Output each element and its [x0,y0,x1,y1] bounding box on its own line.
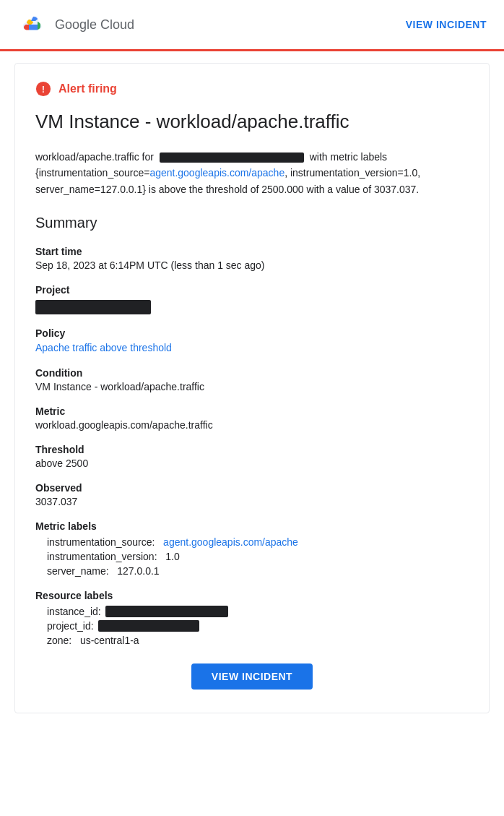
field-project: Project [35,284,469,314]
alert-firing-row: ! Alert firing [35,81,469,97]
field-start-time-label: Start time [35,246,469,257]
policy-link[interactable]: Apache traffic above threshold [35,342,172,353]
field-metric-value: workload.googleapis.com/apache.traffic [35,419,469,431]
alert-description: workload/apache.traffic for with metric … [35,149,469,197]
field-start-time: Start time Sep 18, 2023 at 6:14PM UTC (l… [35,246,469,271]
field-observed: Observed 3037.037 [35,482,469,507]
field-policy: Policy Apache traffic above threshold [35,327,469,354]
metric-label-instrumentation-version: instrumentation_version: 1.0 [35,551,469,562]
alert-divider [0,49,504,51]
alert-card: ! Alert firing VM Instance - workload/ap… [14,63,490,713]
alert-firing-label: Alert firing [58,82,117,95]
metric-label-server-name: server_name: 127.0.0.1 [35,565,469,577]
field-threshold-label: Threshold [35,444,469,455]
google-cloud-text: Google Cloud [55,17,134,33]
server-name-value: 127.0.0.1 [117,565,159,577]
svg-text:!: ! [42,84,45,95]
alert-error-icon: ! [35,81,51,97]
field-start-time-value: Sep 18, 2023 at 6:14PM UTC (less than 1 … [35,259,469,271]
field-condition-label: Condition [35,367,469,379]
header-logo: Google Cloud [17,12,134,37]
server-name-label: server_name: [47,565,109,577]
project-id-label: project_id: [47,620,94,632]
field-metric-labels: Metric labels instrumentation_source: ag… [35,520,469,577]
description-prefix: workload/apache.traffic for [35,151,154,163]
description-redacted [160,153,304,163]
google-cloud-logo-svg [17,12,48,37]
zone-value: us-central1-a [80,635,139,646]
instance-id-label: instance_id: [47,606,101,617]
field-condition-value: VM Instance - workload/apache.traffic [35,381,469,392]
instrumentation-source-label: instrumentation_source: [47,536,155,548]
field-project-label: Project [35,284,469,296]
instrumentation-source-link[interactable]: agent.googleapis.com/apache [163,536,298,548]
metric-label-instrumentation-source: instrumentation_source: agent.googleapis… [35,536,469,548]
project-id-redacted [98,620,199,632]
field-metric-labels-label: Metric labels [35,520,469,532]
field-observed-label: Observed [35,482,469,494]
field-resource-labels: Resource labels instance_id: project_id:… [35,590,469,646]
description-link[interactable]: agent.googleapis.com/apache [149,167,284,179]
field-threshold-value: above 2500 [35,458,469,469]
instance-id-redacted [105,606,228,617]
field-metric-label: Metric [35,405,469,417]
field-policy-label: Policy [35,327,469,339]
field-resource-labels-label: Resource labels [35,590,469,601]
view-incident-button[interactable]: VIEW INCIDENT [191,663,313,690]
field-observed-value: 3037.037 [35,496,469,507]
instrumentation-version-label: instrumentation_version: [47,551,157,562]
zone-label: zone: [47,635,71,646]
field-condition: Condition VM Instance - workload/apache.… [35,367,469,392]
view-incident-header-link[interactable]: VIEW INCIDENT [406,19,487,30]
page-title: VM Instance - workload/apache.traffic [35,110,469,134]
summary-title: Summary [35,215,469,231]
resource-label-instance-id: instance_id: [35,606,469,617]
instrumentation-version-value: 1.0 [165,551,179,562]
resource-label-zone: zone: us-central1-a [35,635,469,646]
field-threshold: Threshold above 2500 [35,444,469,469]
field-project-redacted [35,300,151,314]
field-metric: Metric workload.googleapis.com/apache.tr… [35,405,469,431]
resource-label-project-id: project_id: [35,620,469,632]
